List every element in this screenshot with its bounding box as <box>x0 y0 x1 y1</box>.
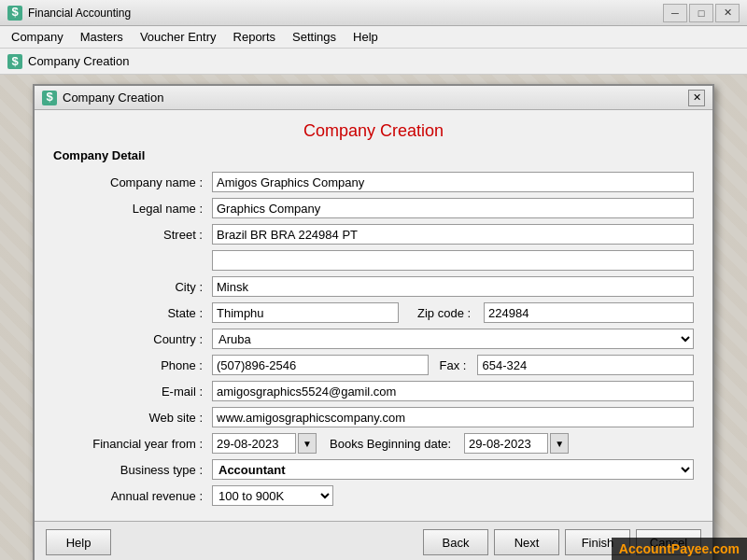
toolbar-dialog-title: Company Creation <box>28 54 129 68</box>
back-button[interactable]: Back <box>423 529 488 555</box>
annual-revenue-select[interactable]: 100 to 900K Less than 100K 900K to 5M 5M… <box>212 485 333 506</box>
annual-revenue-row: Annual revenue : 100 to 900K Less than 1… <box>53 485 694 506</box>
state-input[interactable] <box>212 302 399 323</box>
menu-voucher-entry[interactable]: Voucher Entry <box>133 28 224 46</box>
menu-help[interactable]: Help <box>345 28 386 46</box>
annual-revenue-label: Annual revenue : <box>53 489 212 503</box>
toolbar-icon: $ <box>6 52 24 71</box>
next-button[interactable]: Next <box>494 529 559 555</box>
zip-input[interactable] <box>484 302 694 323</box>
company-name-input[interactable] <box>212 172 694 192</box>
company-name-row: Company name : <box>53 172 694 192</box>
website-row: Web site : <box>53 407 694 427</box>
business-type-label: Business type : <box>53 463 212 477</box>
svg-text:$: $ <box>11 7 19 19</box>
app-icon: $ <box>7 6 22 21</box>
legal-name-input[interactable] <box>212 198 694 218</box>
street-input-2[interactable] <box>212 250 694 271</box>
menu-masters[interactable]: Masters <box>73 28 131 46</box>
fax-label: Fax : <box>436 358 471 372</box>
financial-year-label: Financial year from : <box>53 437 212 451</box>
toolbar: $ Company Creation <box>0 49 747 75</box>
minimize-button[interactable]: ─ <box>663 4 687 22</box>
legal-name-row: Legal name : <box>53 198 694 218</box>
window-controls: ─ □ ✕ <box>663 4 740 22</box>
website-label: Web site : <box>53 411 212 425</box>
close-button[interactable]: ✕ <box>715 4 740 22</box>
title-bar: $ Financial Accounting ─ □ ✕ <box>0 0 747 26</box>
maximize-button[interactable]: □ <box>689 4 713 22</box>
legal-name-label: Legal name : <box>53 202 212 216</box>
email-label: E-mail : <box>53 385 212 399</box>
business-type-select[interactable]: Accountant <box>212 459 694 480</box>
dialog-heading: Company Creation <box>35 110 712 148</box>
watermark: AccountPayee.com <box>612 538 747 560</box>
main-area: $ Company Creation ✕ Company Creation Co… <box>0 75 747 560</box>
dialog: $ Company Creation ✕ Company Creation Co… <box>33 84 714 560</box>
dialog-title: Company Creation <box>63 91 163 105</box>
app-title: Financial Accounting <box>28 7 131 20</box>
menu-bar: Company Masters Voucher Entry Reports Se… <box>0 26 747 49</box>
section-title: Company Detail <box>53 148 694 162</box>
country-label: Country : <box>53 332 212 346</box>
dialog-icon: $ <box>42 91 57 105</box>
state-zip-row: State : Zip code : <box>53 302 694 323</box>
country-select[interactable]: Aruba <box>212 329 694 349</box>
street-row2 <box>53 250 694 271</box>
dialog-close-button[interactable]: ✕ <box>688 90 705 106</box>
city-label: City : <box>53 280 212 294</box>
email-row: E-mail : <box>53 381 694 401</box>
company-name-label: Company name : <box>53 175 212 189</box>
website-input[interactable] <box>212 407 694 427</box>
email-input[interactable] <box>212 381 694 401</box>
menu-reports[interactable]: Reports <box>226 28 284 46</box>
financial-year-field: ▼ <box>212 433 317 454</box>
svg-text:$: $ <box>46 91 53 104</box>
dialog-body: Company Detail Company name : Legal name… <box>35 148 712 521</box>
phone-label: Phone : <box>53 358 212 372</box>
phone-input[interactable] <box>212 355 429 375</box>
svg-text:$: $ <box>11 54 19 68</box>
books-beginning-calendar-button[interactable]: ▼ <box>550 433 569 454</box>
fax-input[interactable] <box>477 355 694 375</box>
street-row1: Street : <box>53 224 694 245</box>
dates-row: Financial year from : ▼ Books Beginning … <box>53 433 694 454</box>
business-type-row: Business type : Accountant <box>53 459 694 480</box>
country-row: Country : Aruba <box>53 329 694 349</box>
books-beginning-field: ▼ <box>464 433 569 454</box>
financial-year-input[interactable] <box>212 433 296 454</box>
books-beginning-input[interactable] <box>464 433 548 454</box>
menu-company[interactable]: Company <box>4 28 71 46</box>
street-input-1[interactable] <box>212 224 694 245</box>
dialog-titlebar: $ Company Creation ✕ <box>35 86 712 110</box>
street-label: Street : <box>53 228 212 242</box>
menu-settings[interactable]: Settings <box>285 28 344 46</box>
city-input[interactable] <box>212 276 694 297</box>
zip-label: Zip code : <box>417 306 476 320</box>
phone-fax-row: Phone : Fax : <box>53 355 694 375</box>
state-label: State : <box>53 306 212 320</box>
city-row: City : <box>53 276 694 297</box>
help-button[interactable]: Help <box>46 529 111 555</box>
books-beginning-label: Books Beginning date: <box>330 437 451 451</box>
financial-year-calendar-button[interactable]: ▼ <box>298 433 317 454</box>
